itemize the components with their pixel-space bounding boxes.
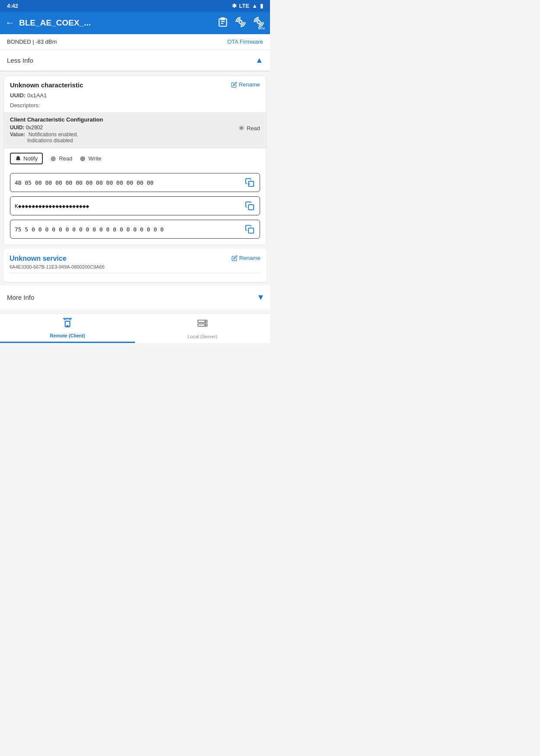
desc-uuid-value: 0x2902 <box>26 125 43 131</box>
char-descriptors-label: Descriptors: <box>4 100 266 112</box>
status-bar: 4:42 ✱ LTE ▲ ▮ <box>0 0 270 12</box>
characteristic-card: Unknown characteristic Rename UUID: 0x1A… <box>3 76 267 245</box>
status-icons: ✱ LTE ▲ ▮ <box>232 3 263 9</box>
char-uuid: UUID: 0x1AA1 <box>4 92 266 100</box>
local-icon <box>197 319 208 333</box>
lte-label: LTE <box>239 3 250 9</box>
desc-uuid-label: UUID: <box>10 125 24 131</box>
action-row: Notify Read Write <box>4 148 266 169</box>
app-bar: ← BLE_AE_COEX_... <box>0 12 270 34</box>
bluetooth-icon: ✱ <box>232 3 237 9</box>
descriptor-read-label: Read <box>247 125 260 131</box>
svg-point-18 <box>67 325 68 326</box>
status-time: 4:42 <box>7 3 18 9</box>
app-title: BLE_AE_COEX_... <box>19 18 213 28</box>
desc-value-label: Value: <box>10 131 25 138</box>
copy-icon-2[interactable] <box>244 200 255 211</box>
nav-remote-label: Remote (Client) <box>50 333 85 338</box>
svg-point-5 <box>257 21 260 24</box>
data-field-text-1: 4B 05 00 00 00 00 00 00 00 00 00 00 00 0… <box>15 179 241 186</box>
connection-status: BONDED | -83 dBm <box>7 38 57 45</box>
data-field-2: K◆◆◆◆◆◆◆◆◆◆◆◆◆◆◆◆◆◆◆◆◆ <box>10 196 260 215</box>
less-info-row[interactable]: Less Info ▲ <box>0 50 270 71</box>
uuid-value: 0x1AA1 <box>27 92 47 99</box>
copy-icon-1[interactable] <box>244 177 255 188</box>
app-bar-icons: MTU <box>217 16 265 30</box>
char-header: Unknown characteristic Rename <box>4 76 266 92</box>
notify-label: Notify <box>23 155 38 162</box>
data-fields: 4B 05 00 00 00 00 00 00 00 00 00 00 00 0… <box>4 169 266 245</box>
service-rename-button[interactable]: Rename <box>231 255 260 261</box>
svg-rect-16 <box>248 228 254 233</box>
descriptor-row: UUID: 0x2902 Value: Notifications enable… <box>10 125 260 144</box>
ota-firmware[interactable]: OTA Firmware <box>227 38 263 45</box>
char-title: Unknown characteristic <box>10 81 83 89</box>
svg-point-21 <box>205 320 206 321</box>
mtu-icon[interactable]: MTU <box>253 16 265 30</box>
nav-local-server[interactable]: Local (Server) <box>135 314 270 343</box>
data-field-3: 75 5 0 0 0 0 0 0 0 0 0 0 0 0 0 0 0 0 0 0… <box>10 220 260 239</box>
more-info-row[interactable]: More Info ▾ <box>0 285 270 309</box>
more-info-label: More Info <box>7 294 34 301</box>
chevron-up-icon: ▲ <box>255 56 263 65</box>
svg-rect-15 <box>248 205 254 210</box>
chevron-down-icon: ▾ <box>258 292 263 303</box>
descriptor-read-button[interactable]: Read <box>238 125 260 131</box>
svg-point-8 <box>52 158 54 160</box>
back-button[interactable]: ← <box>5 17 15 29</box>
svg-point-9 <box>51 157 55 160</box>
bottom-nav: Remote (Client) Local (Server) <box>0 313 270 343</box>
data-field-1: 4B 05 00 00 00 00 00 00 00 00 00 00 00 0… <box>10 173 260 192</box>
service-card: Unknown service Rename 6A4E3300-667B-11E… <box>3 249 267 282</box>
descriptors-label: Descriptors: <box>10 102 40 109</box>
read-button[interactable]: Read <box>50 155 72 162</box>
less-info-label: Less Info <box>7 57 33 64</box>
nav-remote-client[interactable]: Remote (Client) <box>0 314 135 343</box>
battery-icon: ▮ <box>260 3 263 9</box>
divider <box>10 273 260 273</box>
copy-icon-3[interactable] <box>244 224 255 235</box>
svg-point-4 <box>239 21 242 24</box>
svg-point-11 <box>81 157 85 160</box>
read-label: Read <box>59 155 72 162</box>
signal-icon: ▲ <box>252 3 257 9</box>
char-rename-label: Rename <box>239 81 260 88</box>
clipboard-icon[interactable] <box>217 16 228 30</box>
char-rename-button[interactable]: Rename <box>231 81 260 88</box>
scroll-area: Less Info ▲ Unknown characteristic Renam… <box>0 50 270 313</box>
svg-point-22 <box>205 324 206 325</box>
svg-point-10 <box>82 158 84 160</box>
svg-point-7 <box>239 126 243 130</box>
service-uuid: 6A4E3300-667B-11E3-949A-0800200C9A66 <box>10 264 260 269</box>
notify-button[interactable]: Notify <box>10 153 43 164</box>
write-button[interactable]: Write <box>79 155 101 162</box>
svg-point-6 <box>241 127 242 129</box>
service-header: Unknown service Rename <box>10 255 260 263</box>
service-rename-label: Rename <box>239 255 260 261</box>
subheader: BONDED | -83 dBm OTA Firmware <box>0 34 270 50</box>
remote-icon <box>62 318 73 332</box>
data-field-text-3: 75 5 0 0 0 0 0 0 0 0 0 0 0 0 0 0 0 0 0 0… <box>15 226 241 233</box>
descriptor-title: Client Characteristic Configuration <box>10 116 260 123</box>
data-field-text-2: K◆◆◆◆◆◆◆◆◆◆◆◆◆◆◆◆◆◆◆◆◆ <box>15 203 241 209</box>
scan-icon[interactable] <box>235 16 247 30</box>
descriptor-uuid: UUID: 0x2902 <box>10 125 238 131</box>
uuid-label: UUID: <box>10 92 26 99</box>
service-title[interactable]: Unknown service <box>10 255 67 263</box>
descriptor-value: Value: Notifications enabled, Indication… <box>10 131 238 144</box>
descriptor-left: UUID: 0x2902 Value: Notifications enable… <box>10 125 238 144</box>
descriptor-block: Client Characteristic Configuration UUID… <box>4 112 266 148</box>
write-label: Write <box>88 155 101 162</box>
nav-local-label: Local (Server) <box>187 334 217 339</box>
